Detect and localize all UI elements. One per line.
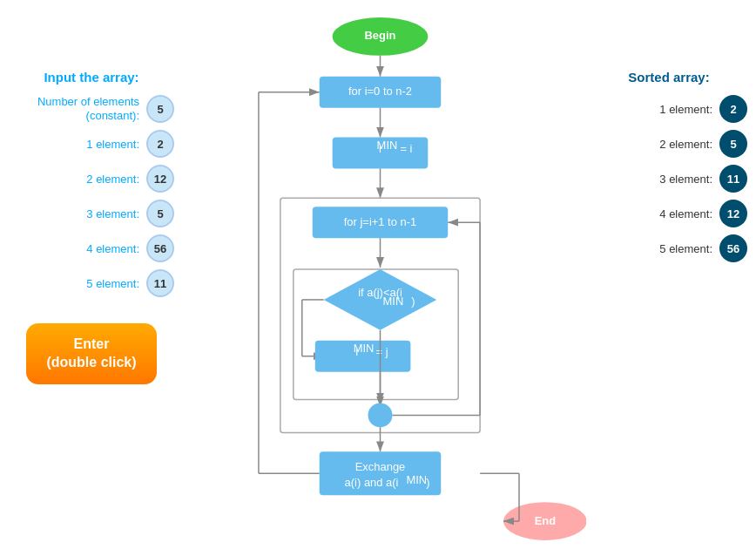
assign2-label-sub: MIN [354, 342, 375, 355]
input-label-5: 5 element: [86, 277, 139, 290]
output-row-3: 3 element: 11 [591, 165, 747, 193]
output-row-4: 4 element: 12 [591, 200, 747, 227]
exchange-label-2: a(i) and a(i [345, 476, 399, 489]
num-elements-label: Number of elements(constant): [37, 95, 139, 122]
input-value-3[interactable]: 5 [146, 200, 174, 227]
input-row-3: 3 element: 5 [9, 200, 174, 227]
assign2-label-eq: = j [375, 345, 388, 358]
output-row-5: 5 element: 56 [591, 234, 747, 262]
input-value-1[interactable]: 2 [146, 130, 174, 158]
begin-label: Begin [365, 29, 396, 42]
assign1-sub: MIN [377, 139, 398, 152]
output-value-1: 2 [719, 95, 747, 123]
output-row-1: 1 element: 2 [591, 95, 747, 123]
output-label-1: 1 element: [659, 103, 712, 116]
loop2-label: for j=i+1 to n-1 [344, 215, 416, 228]
output-label-5: 5 element: [659, 242, 712, 255]
input-row-2: 2 element: 12 [9, 165, 174, 193]
exchange-sub: MIN [407, 473, 428, 486]
end-label: End [535, 514, 557, 527]
input-value-5[interactable]: 11 [146, 269, 174, 297]
left-panel-title: Input the array: [9, 70, 174, 85]
output-label-2: 2 element: [659, 138, 712, 151]
input-row-1: 1 element: 2 [9, 130, 174, 158]
output-label-3: 3 element: [659, 173, 712, 186]
input-label-2: 2 element: [86, 173, 139, 186]
right-panel: Sorted array: 1 element: 2 2 element: 5 … [591, 70, 747, 269]
output-value-5: 56 [719, 234, 747, 262]
input-label-4: 4 element: [86, 242, 139, 255]
input-row-5: 5 element: 11 [9, 269, 174, 297]
input-label-3: 3 element: [86, 207, 139, 220]
output-value-4: 12 [719, 200, 747, 227]
flowchart: Begin for i=0 to n-2 i MIN = i for j=i+1… [174, 9, 586, 547]
output-value-3: 11 [719, 165, 747, 193]
output-row-2: 2 element: 5 [591, 130, 747, 158]
output-value-2: 5 [719, 130, 747, 158]
cond-shape [324, 269, 437, 330]
right-panel-title: Sorted array: [591, 70, 747, 85]
exchange-label-3: ) [426, 476, 429, 489]
input-row-4: 4 element: 56 [9, 234, 174, 262]
output-label-4: 4 element: [659, 207, 712, 220]
input-value-4[interactable]: 56 [146, 234, 174, 262]
exchange-label-1: Exchange [355, 460, 406, 473]
input-label-1: 1 element: [86, 138, 139, 151]
connector-circle [368, 403, 393, 428]
input-value-2[interactable]: 12 [146, 165, 174, 193]
left-panel: Input the array: Number of elements(cons… [9, 70, 174, 384]
enter-button[interactable]: Enter(double click) [26, 323, 157, 384]
assign1-eq: = i [400, 142, 412, 155]
loop1-label: for i=0 to n-2 [348, 85, 412, 98]
cond-label-2: ) [411, 295, 415, 308]
cond-label-sub: MIN [383, 295, 404, 308]
num-elements-row: Number of elements(constant): 5 [9, 95, 174, 123]
num-elements-value[interactable]: 5 [146, 95, 174, 123]
